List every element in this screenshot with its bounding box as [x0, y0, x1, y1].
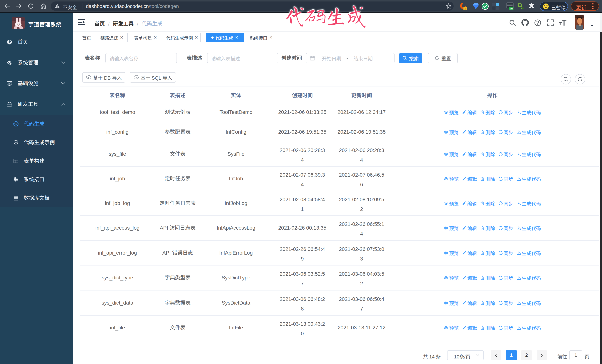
svg-text:1: 1	[464, 7, 466, 10]
svg-text:on: on	[510, 7, 513, 10]
